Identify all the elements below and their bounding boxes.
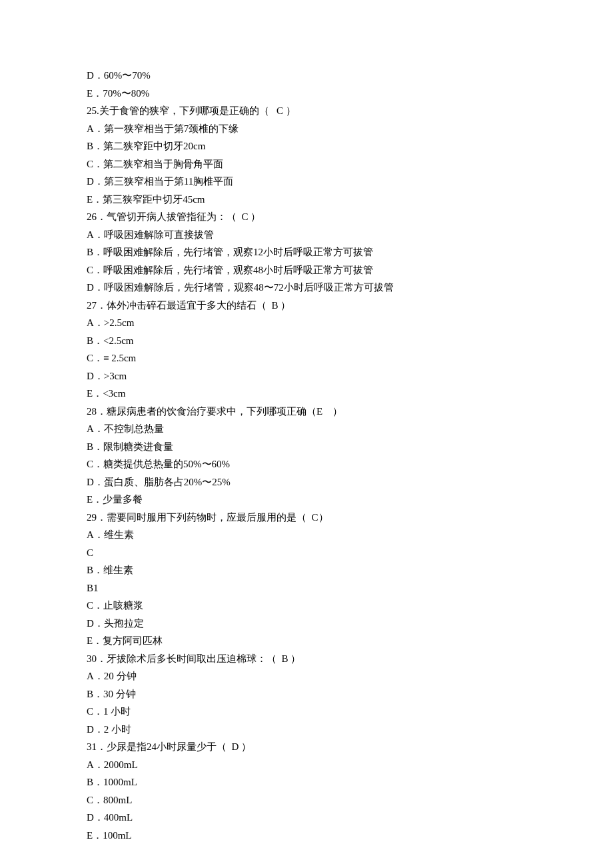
text-line: E．70%〜80% — [87, 85, 533, 103]
option-c: C．第二狭窄相当于胸骨角平面 — [87, 155, 533, 173]
text-line: C — [87, 544, 533, 562]
question-27: 27．体外冲击碎石最适宜于多大的结石（ B ） — [87, 297, 533, 315]
option-d: D．蛋白质、脂肪各占20%〜25% — [87, 473, 533, 491]
text-line: B1 — [87, 579, 533, 597]
option-b: B．第二狭窄距中切牙20cm — [87, 137, 533, 155]
option-e: E．复方阿司匹林 — [87, 632, 533, 650]
option-b: B．30 分钟 — [87, 685, 533, 703]
option-c: C．糖类提供总热量的50%〜60% — [87, 455, 533, 473]
question-26: 26．气管切开病人拔管指征为：（ C ） — [87, 208, 533, 226]
option-d: D．>3cm — [87, 367, 533, 385]
option-e: E．<3cm — [87, 385, 533, 403]
option-a: A．第一狭窄相当于第7颈椎的下缘 — [87, 120, 533, 138]
option-d: D．头孢拉定 — [87, 615, 533, 633]
option-d: D．2 小时 — [87, 721, 533, 739]
option-b: B．限制糖类进食量 — [87, 438, 533, 456]
option-a: A．维生素 — [87, 526, 533, 544]
option-e: E．第三狭窄距中切牙45cm — [87, 191, 533, 209]
question-29: 29．需要同时服用下列药物时，应最后服用的是（ C） — [87, 509, 533, 527]
option-a: A．不控制总热量 — [87, 420, 533, 438]
document-page: D．60%〜70% E．70%〜80% 25.关于食管的狭窄，下列哪项是正确的（… — [0, 0, 613, 868]
option-d: D．呼吸困难解除后，先行堵管，观察48〜72小时后呼吸正常方可拔管 — [87, 279, 533, 297]
option-b: B．维生素 — [87, 561, 533, 579]
option-a: A．2000mL — [87, 756, 533, 774]
option-c: C．≡ 2.5cm — [87, 349, 533, 367]
option-c: C．止咳糖浆 — [87, 597, 533, 615]
option-b: B．<2.5cm — [87, 332, 533, 350]
option-d: D．第三狭窄相当于第11胸椎平面 — [87, 173, 533, 191]
option-c: C．呼吸困难解除后，先行堵管，观察48小时后呼吸正常方可拔管 — [87, 261, 533, 279]
option-a: A．20 分钟 — [87, 667, 533, 685]
option-a: A．呼吸困难解除可直接拔管 — [87, 226, 533, 244]
option-b: B．1000mL — [87, 773, 533, 791]
text-line: D．60%〜70% — [87, 67, 533, 85]
option-c: C．1 小时 — [87, 703, 533, 721]
option-e: E．100mL — [87, 827, 533, 845]
option-b: B．呼吸困难解除后，先行堵管，观察12小时后呼吸正常方可拔管 — [87, 243, 533, 261]
option-e: E．少量多餐 — [87, 491, 533, 509]
option-d: D．400mL — [87, 809, 533, 827]
question-30: 30．牙拔除术后多长时间取出压迫棉球：（ B ） — [87, 650, 533, 668]
question-28: 28．糖尿病患者的饮食治疗要求中，下列哪项正确（E ） — [87, 403, 533, 421]
question-25: 25.关于食管的狭窄，下列哪项是正确的（ C ） — [87, 102, 533, 120]
question-31: 31．少尿是指24小时尿量少于（ D ） — [87, 738, 533, 756]
option-a: A．>2.5cm — [87, 314, 533, 332]
option-c: C．800mL — [87, 791, 533, 809]
